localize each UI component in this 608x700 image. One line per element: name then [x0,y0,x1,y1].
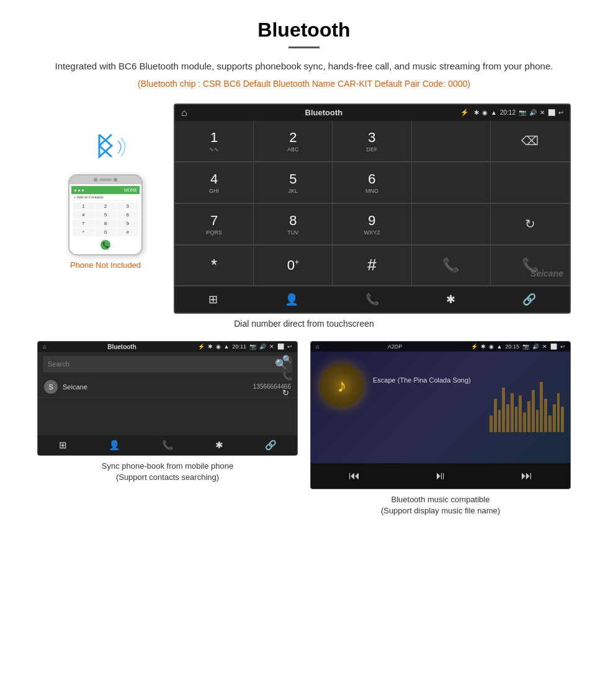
dial-key-5[interactable]: 5 JKL [254,162,333,203]
status-home-icon[interactable]: ⌂ [181,107,187,118]
pb-avatar: S [44,380,58,394]
dial-empty-1 [412,121,491,162]
pb-status-bar: ⌂ Bluetooth ⚡ ✱ ◉ ▲ 20:11 📷 🔊 ✕ ⬜ ↩ [38,342,297,352]
music-prev-icon[interactable]: ⏮ [349,469,360,482]
viz-bar-3 [498,410,501,432]
music-info: Escape (The Pina Colada Song) [373,373,471,384]
phone-speaker [99,179,112,181]
music-home-icon[interactable]: ⌂ [316,343,319,350]
dial-refresh[interactable]: ↻ [491,204,570,245]
bluetooth-waves-icon [81,128,130,166]
pb-vol-icon[interactable]: 🔊 [259,343,266,350]
pb-phone2-icon[interactable]: 📞 [162,440,174,451]
music-visualizer [490,376,564,432]
dial-key-8[interactable]: 8 TUV [254,204,333,245]
pb-wifi-icon: ▲ [224,343,230,350]
phone-screen: ● ● ● MORE + Add to Contacts 1 2 3 4 5 6… [69,184,141,254]
music-win-icon[interactable]: ⬜ [550,343,557,350]
location-status-icon: ◉ [482,109,488,116]
dial-key-star[interactable]: * [175,246,254,286]
music-bt-icon: ✱ [481,343,486,350]
music-next-icon[interactable]: ⏭ [521,469,532,482]
phone-mockup: ● ● ● MORE + Add to Contacts 1 2 3 4 5 6… [68,174,143,255]
window-icon[interactable]: ⬜ [548,109,555,116]
pb-search-right-icon[interactable]: 🔍 [282,355,292,364]
phone-call-button[interactable]: 📞 [101,240,110,250]
viz-bar-14 [544,399,547,432]
pb-win-icon[interactable]: ⬜ [277,343,284,350]
pb-loc-icon: ◉ [216,343,221,350]
pb-bt2-icon[interactable]: ✱ [215,440,223,451]
music-close-icon[interactable]: ✕ [542,343,547,350]
pb-contact-row[interactable]: S Seicane 13566664466 [38,376,297,398]
pb-bt-icon: ✱ [208,343,213,350]
pb-usb-icon: ⚡ [198,343,205,350]
bottom-contacts-icon[interactable]: 👤 [285,293,298,306]
bottom-link-icon[interactable]: 🔗 [522,293,536,306]
music-title: A2DP [322,343,467,350]
phone-key-7[interactable]: 7 [73,219,94,228]
phone-header-label: ● ● ● [74,188,84,192]
music-time: 20:15 [505,343,519,350]
bottom-grid-icon[interactable]: ⊞ [208,293,218,306]
phone-key-4[interactable]: 4 [73,211,94,219]
viz-bar-4 [502,388,505,432]
phone-key-5[interactable]: 5 [95,211,117,219]
dial-key-2[interactable]: 2 ABC [254,121,333,162]
dial-key-1[interactable]: 1 ∿∿ [175,121,254,162]
page-title: Bluetooth [37,19,571,42]
car-screen-dialpad: ⌂ Bluetooth ⚡ ✱ ◉ ▲ 20:12 📷 🔊 ✕ ⬜ ↩ [174,104,571,314]
bottom-bt-icon[interactable]: ✱ [446,293,455,306]
dial-backspace[interactable]: ⌫ [491,121,570,162]
dial-key-hash[interactable]: # [333,246,411,286]
phone-side: ● ● ● MORE + Add to Contacts 1 2 3 4 5 6… [37,104,174,270]
pb-link-icon[interactable]: 🔗 [265,440,277,451]
music-play-pause-icon[interactable]: ⏯ [435,469,446,482]
pb-phone-right-icon[interactable]: 📞 [282,371,292,381]
bottom-phone-icon[interactable]: 📞 [365,293,379,306]
dial-key-6[interactable]: 6 MNO [333,162,411,203]
pb-refresh-right-icon[interactable]: ↻ [282,388,292,397]
pb-close-icon[interactable]: ✕ [269,343,274,350]
phone-key-6[interactable]: 6 [117,211,138,219]
status-title: Bluetooth [192,108,455,117]
music-album-art: ♪ [320,364,364,407]
back-icon[interactable]: ↩ [558,109,563,116]
pb-right-icon-group: 🔍 📞 ↻ [282,355,292,397]
dial-key-7[interactable]: 7 PQRS [175,204,254,245]
phone-key-0[interactable]: 0 [95,228,117,236]
music-usb-icon: ⚡ [471,343,478,350]
dial-call-red[interactable]: 📞 [491,246,570,286]
pb-grid-icon[interactable]: ⊞ [59,440,67,451]
pb-back-icon[interactable]: ↩ [287,343,292,350]
music-vol-icon[interactable]: 🔊 [532,343,539,350]
phone-key-2[interactable]: 2 [95,202,117,210]
pb-search-bar[interactable]: Search 🔍 [43,356,292,373]
pb-search-placeholder: Search [48,360,69,368]
dial-key-4[interactable]: 4 GHI [175,162,254,203]
viz-bar-11 [532,390,535,432]
phone-key-hash[interactable]: # [117,228,138,236]
description-text: Integrated with BC6 Bluetooth module, su… [37,60,571,74]
phonebook-caption: Sync phone-book from mobile phone(Suppor… [37,461,298,483]
phone-key-1[interactable]: 1 [73,202,94,210]
music-back-icon[interactable]: ↩ [560,343,565,350]
close-icon[interactable]: ✕ [540,109,545,116]
pb-home-icon[interactable]: ⌂ [43,343,46,350]
music-cam-icon: 📷 [522,343,529,350]
status-usb-icon: ⚡ [460,109,469,117]
phone-key-9[interactable]: 9 [117,219,138,228]
volume-icon[interactable]: 🔊 [529,109,537,116]
music-screen: ⌂ A2DP ⚡ ✱ ◉ ▲ 20:15 📷 🔊 ✕ ⬜ ↩ [310,341,571,489]
phone-key-8[interactable]: 8 [95,219,117,228]
dial-key-9[interactable]: 9 WXYZ [333,204,411,245]
dial-empty-4 [412,204,491,245]
dial-key-3[interactable]: 3 DEF [333,121,411,162]
dial-call-green[interactable]: 📞 [412,246,491,286]
time-display: 20:12 [500,109,516,116]
main-caption: Dial number direct from touchscreen [37,319,571,329]
pb-contacts-icon[interactable]: 👤 [109,440,120,451]
phone-key-3[interactable]: 3 [117,202,138,210]
phone-key-star[interactable]: * [73,228,94,236]
dial-key-0[interactable]: 0+ [254,246,333,286]
